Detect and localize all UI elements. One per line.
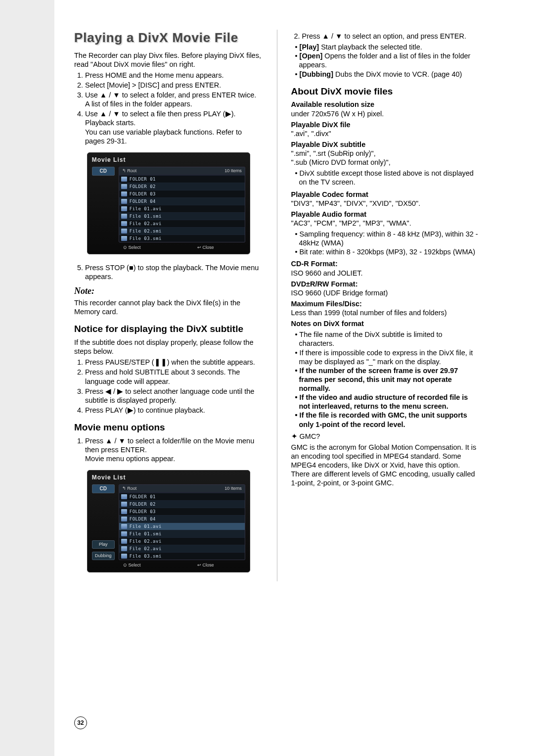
panel2-option-play: Play — [92, 540, 115, 549]
file-icon — [121, 214, 127, 219]
left-column: Playing a DivX Movie File The Recorder c… — [74, 30, 263, 581]
right-step-2: Press ▲ / ▼ to select an option, and pre… — [302, 32, 480, 41]
sub-step-1: Press PAUSE/STEP (❚❚) when the subtitle … — [85, 358, 263, 367]
gmc-answer: GMC is the acronym for Global Motion Com… — [291, 443, 480, 488]
movie-list-screenshot-1: Movie List CD ↰ Root 10 Items FOLDER 01 … — [87, 152, 250, 255]
page-title: Playing a DivX Movie File — [74, 30, 263, 46]
option-dubbing: [Dubbing] Dubs the DivX movie to VCR. (p… — [291, 70, 480, 79]
page-number: 32 — [74, 716, 87, 729]
about-sub-note: DivX subtitle except those listed above … — [291, 169, 480, 187]
step-5: Press STOP (■) to stop the playback. The… — [85, 263, 263, 281]
about-audio-bullets: Sampling frequency: within 8 - 48 kHz (M… — [291, 230, 480, 256]
list-item: File 01.avi — [130, 205, 162, 212]
gmc-question: ✦ GMC? — [291, 432, 480, 441]
about-sub: Playable DivX subtitle ".smi", ".srt (Su… — [291, 140, 480, 167]
file-icon — [121, 546, 127, 551]
about-notes-heading: Notes on DivX format — [291, 319, 480, 328]
column-divider — [277, 30, 277, 581]
step-2: Select [Movie] > [DISC] and press ENTER. — [85, 81, 263, 90]
about-audio: Playable Audio format"AC3", "PCM", "MP2"… — [291, 210, 480, 228]
panel1-disc-type: CD — [92, 167, 115, 176]
about-file: Playable DivX file".avi", ".divx" — [291, 120, 480, 138]
list-item: File 03.smi — [130, 235, 162, 242]
about-max: Maximum Files/Disc:Less than 1999 (total… — [291, 299, 480, 317]
list-item: File 03.smi — [130, 553, 162, 560]
about-dvd: DVD±R/RW Format:ISO 9660 (UDF Bridge for… — [291, 280, 480, 297]
list-item: FOLDER 01 — [130, 493, 156, 500]
panel2-option-dubbing: Dubbing — [92, 552, 115, 560]
list-item: File 01.smi — [130, 530, 162, 537]
panel2-disc-type: CD — [92, 484, 115, 493]
step-3: Use ▲ / ▼ to select a folder, and press … — [85, 91, 263, 108]
list-item: File 01.smi — [130, 213, 162, 220]
list-item: File 01.avi — [130, 523, 162, 530]
main-steps-list: Press HOME and the Home menu appears. Se… — [74, 71, 263, 145]
about-codec: Playable Codec format"DIV3", "MP43", "DI… — [291, 190, 480, 208]
step-1: Press HOME and the Home menu appears. — [85, 71, 263, 80]
panel1-file-list: ↰ Root 10 Items FOLDER 01 FOLDER 02 FOLD… — [119, 167, 245, 242]
two-column-content: Playing a DivX Movie File The Recorder c… — [74, 30, 480, 581]
panel1-close-hint: ↩ Close — [197, 245, 214, 250]
folder-icon — [121, 494, 127, 499]
folder-icon — [121, 502, 127, 507]
subtitle-intro: If the subtitle does not display properl… — [74, 338, 263, 356]
file-icon — [121, 524, 127, 529]
panel2-select-hint: ⊙ Select — [123, 563, 141, 568]
folder-icon — [121, 191, 127, 196]
right-column: Press ▲ / ▼ to select an option, and pre… — [291, 30, 480, 581]
panel2-root: ↰ Root — [122, 486, 137, 491]
file-icon — [121, 539, 127, 544]
list-item: FOLDER 04 — [130, 198, 156, 205]
note-text: This recorder cannot play back the DivX … — [74, 298, 263, 316]
step-4: Use ▲ / ▼ to select a file then press PL… — [85, 109, 263, 145]
list-item: FOLDER 03 — [130, 190, 156, 197]
about-notes-list: The file name of the DivX subtitle is li… — [291, 330, 480, 428]
right-step2: Press ▲ / ▼ to select an option, and pre… — [291, 32, 480, 41]
left-margin-band — [0, 0, 54, 756]
file-icon — [121, 221, 127, 226]
list-item: File 02.avi — [130, 538, 162, 545]
main-steps-list-cont: Press STOP (■) to stop the playback. The… — [74, 263, 263, 281]
folder-icon — [121, 184, 127, 189]
sub-step-4: Press PLAY (▶) to continue playback. — [85, 406, 263, 415]
panel2-count: 10 Items — [224, 486, 242, 491]
list-item: FOLDER 03 — [130, 508, 156, 515]
file-icon — [121, 229, 127, 234]
menu-steps: Press ▲ / ▼ to select a folder/file on t… — [74, 436, 263, 463]
folder-icon — [121, 509, 127, 514]
panel1-count: 10 Items — [224, 168, 242, 174]
options-bullets: [Play] Start playback the selected title… — [291, 43, 480, 79]
option-open: [Open] Opens the folder and a list of fi… — [291, 51, 480, 69]
sub-step-2: Press and hold SUBTITLE about 3 seconds.… — [85, 368, 263, 385]
sub-step-3: Press ◀ / ▶ to select another language c… — [85, 387, 263, 405]
option-play: [Play] Start playback the selected title… — [291, 43, 480, 51]
list-item: File 02.smi — [130, 228, 162, 235]
manual-page: Playing a DivX Movie File The Recorder c… — [0, 0, 534, 756]
folder-icon — [121, 517, 127, 521]
list-item: FOLDER 01 — [130, 176, 156, 183]
list-item: FOLDER 04 — [130, 516, 156, 522]
intro-paragraph: The Recorder can play Divx files. Before… — [74, 51, 263, 69]
movie-list-screenshot-2: Movie List CD Play Dubbing ↰ Root 10 Ite… — [87, 470, 250, 572]
file-icon — [121, 554, 127, 559]
panel2-close-hint: ↩ Close — [197, 563, 214, 568]
list-item: File 02.avi — [130, 545, 162, 552]
file-icon — [121, 206, 127, 211]
list-item: FOLDER 02 — [130, 501, 156, 508]
panel2-file-list: ↰ Root 10 Items FOLDER 01 FOLDER 02 FOLD… — [119, 484, 245, 560]
note-heading: Note: — [74, 285, 263, 297]
panel1-root: ↰ Root — [122, 168, 137, 174]
about-res: Available resolution sizeunder 720x576 (… — [291, 100, 480, 118]
about-heading: About DivX movie files — [291, 86, 480, 97]
subtitle-heading: Notice for displaying the DivX subtitle — [74, 323, 263, 335]
panel2-title: Movie List — [92, 474, 245, 481]
panel1-title: Movie List — [92, 156, 245, 164]
list-item: FOLDER 02 — [130, 183, 156, 190]
file-icon — [121, 531, 127, 536]
about-cdr: CD-R Format:ISO 9660 and JOLIET. — [291, 259, 480, 277]
folder-icon — [121, 177, 127, 182]
file-icon — [121, 236, 127, 241]
folder-icon — [121, 199, 127, 204]
panel1-select-hint: ⊙ Select — [123, 245, 141, 250]
menu-heading: Movie menu options — [74, 422, 263, 433]
